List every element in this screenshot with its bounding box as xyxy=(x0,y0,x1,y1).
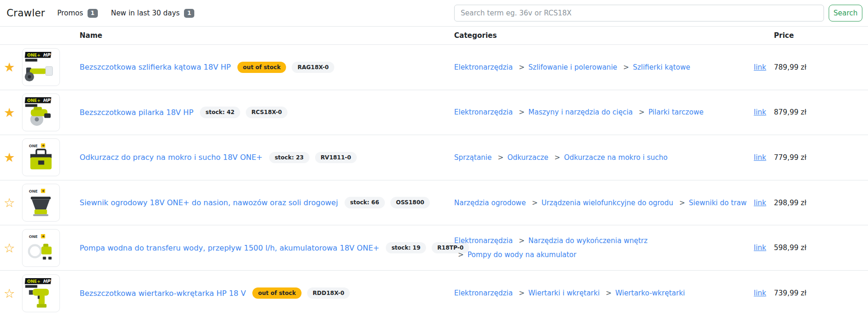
svg-text:ONE: ONE xyxy=(29,234,38,238)
product-image: ONE+ HP xyxy=(22,93,60,131)
breadcrumb-separator: > xyxy=(639,108,645,116)
breadcrumb-separator: > xyxy=(554,153,560,162)
category-link[interactable]: Odkurzacze na mokro i sucho xyxy=(564,153,668,162)
product-name-link[interactable]: Pompa wodna do transferu wody, przepływ … xyxy=(80,244,379,252)
product-name-link[interactable]: Bezszczotkowa wiertarko-wkrętarka HP 18 … xyxy=(80,289,246,298)
product-name-link[interactable]: Siewnik ogrodowy 18V ONE+ do nasion, naw… xyxy=(80,198,338,207)
column-header-name: Name xyxy=(70,27,449,44)
promos-count-badge: 1 xyxy=(88,9,98,18)
category-breadcrumb: Narzędzia ogrodowe >Urządzenia wielofunk… xyxy=(454,196,747,210)
search-area: Search xyxy=(454,5,862,22)
column-header-categories: Categories xyxy=(449,27,747,44)
product-link[interactable]: link xyxy=(754,108,766,116)
breadcrumb-separator: > xyxy=(519,108,525,116)
svg-text:ONE: ONE xyxy=(29,144,38,148)
search-input[interactable] xyxy=(454,5,824,22)
top-bar: Crawler Promos 1 New in last 30 days 1 S… xyxy=(0,0,868,27)
category-link[interactable]: Narzędzia do wykończenia wnętrz xyxy=(529,237,648,245)
category-link[interactable]: Narzędzia ogrodowe xyxy=(454,199,526,207)
product-image: ONE+ HP xyxy=(22,274,60,312)
sku-badge: RCS18X-0 xyxy=(246,107,287,118)
category-link[interactable]: Elektronarzędzia xyxy=(454,289,513,297)
table-row: ☆ ONE + Siewnik ogrodowy 18V ONE+ do nas… xyxy=(0,180,868,226)
category-breadcrumb: Elektronarzędzia >Szlifowanie i polerowa… xyxy=(454,60,690,74)
breadcrumb-separator: > xyxy=(606,289,612,297)
breadcrumb-separator: > xyxy=(679,199,685,207)
category-breadcrumb: Elektronarzędzia >Maszyny i narzędzia do… xyxy=(454,105,704,119)
svg-text:HP: HP xyxy=(43,279,51,284)
category-link[interactable]: Wiertarki i wkrętarki xyxy=(529,289,600,297)
app-title: Crawler xyxy=(7,7,45,19)
category-link[interactable]: Urządzenia wielofunkcyjne do ogrodu xyxy=(541,199,673,207)
star-filled-icon[interactable]: ★ xyxy=(4,151,15,164)
svg-text:+: + xyxy=(42,144,45,148)
product-link[interactable]: link xyxy=(754,289,766,297)
category-link[interactable]: Pompy do wody na akumulator xyxy=(468,251,577,259)
table-header: Name Categories Price xyxy=(0,27,868,45)
search-button[interactable]: Search xyxy=(829,5,862,22)
star-outline-icon[interactable]: ☆ xyxy=(4,242,15,254)
category-link[interactable]: Wiertarko-wkrętarki xyxy=(615,289,685,297)
product-link[interactable]: link xyxy=(754,63,766,72)
stock-badge: stock: 23 xyxy=(269,152,309,163)
category-link[interactable]: Szlifierki kątowe xyxy=(633,63,691,72)
category-breadcrumb: Sprzątanie >Odkurzacze >Odkurzacze na mo… xyxy=(454,151,668,165)
category-link[interactable]: Elektronarzędzia xyxy=(454,237,513,245)
table-row: ☆ ONE + Pompa wodna do transferu wody, p… xyxy=(0,225,868,271)
star-outline-icon[interactable]: ☆ xyxy=(4,196,15,209)
breadcrumb-separator: > xyxy=(458,251,464,259)
table-row: ☆ ONE+ HP Bezszczotkowa wiertarko-wkręta… xyxy=(0,271,868,316)
breadcrumb-separator: > xyxy=(623,63,629,72)
breadcrumb-separator: > xyxy=(519,237,525,245)
svg-text:+: + xyxy=(42,234,45,238)
sku-badge: RV1811-0 xyxy=(315,152,357,163)
breadcrumb-separator: > xyxy=(532,199,538,207)
svg-text:ONE+: ONE+ xyxy=(27,98,40,103)
product-image: ONE + xyxy=(22,184,60,222)
product-name-link[interactable]: Bezszczotkowa pilarka 18V HP xyxy=(80,108,193,117)
product-link[interactable]: link xyxy=(754,244,766,252)
nav-promos-label: Promos xyxy=(57,9,83,17)
product-price: 298,99 zł xyxy=(774,199,806,207)
stock-badge: stock: 19 xyxy=(386,242,426,253)
product-link[interactable]: link xyxy=(754,153,766,162)
product-price: 789,99 zł xyxy=(774,63,806,72)
star-filled-icon[interactable]: ★ xyxy=(4,106,15,119)
breadcrumb-separator: > xyxy=(519,63,525,72)
column-header-price: Price xyxy=(772,27,868,44)
table-row: ★ ONE + Odkurzacz do pracy na mokro i su… xyxy=(0,135,868,180)
product-name-link[interactable]: Odkurzacz do pracy na mokro i sucho 18V … xyxy=(80,153,263,162)
category-link[interactable]: Siewniki do traw xyxy=(689,199,746,207)
sku-badge: OSS1800 xyxy=(390,197,430,208)
category-breadcrumb: Elektronarzędzia >Narzędzia do wykończen… xyxy=(454,234,647,262)
new-count-badge: 1 xyxy=(184,9,194,18)
svg-text:ONE: ONE xyxy=(29,189,38,194)
svg-text:ONE+: ONE+ xyxy=(27,279,40,284)
product-image: ONE + xyxy=(22,138,60,176)
table-row: ★ ONE+ HP Bezszczotkowa szlifierka kątow… xyxy=(0,45,868,90)
stock-badge: stock: 66 xyxy=(345,197,385,208)
category-link[interactable]: Sprzątanie xyxy=(454,153,492,162)
category-link[interactable]: Maszyny i narzędzia do cięcia xyxy=(529,108,633,116)
svg-text:ONE+: ONE+ xyxy=(27,53,40,57)
nav-promos[interactable]: Promos 1 xyxy=(57,9,98,18)
product-link[interactable]: link xyxy=(754,199,766,207)
product-price: 739,99 zł xyxy=(774,289,806,297)
category-link[interactable]: Szlifowanie i polerowanie xyxy=(529,63,618,72)
category-link[interactable]: Elektronarzędzia xyxy=(454,108,513,116)
nav-new-in-last-30-days[interactable]: New in last 30 days 1 xyxy=(111,9,194,18)
star-outline-icon[interactable]: ☆ xyxy=(4,287,15,300)
breadcrumb-separator: > xyxy=(498,153,504,162)
sku-badge: RDD18X-0 xyxy=(307,287,350,299)
product-name-link[interactable]: Bezszczotkowa szlifierka kątowa 18V HP xyxy=(80,63,231,72)
nav-new-label: New in last 30 days xyxy=(111,9,180,17)
svg-text:HP: HP xyxy=(43,52,51,57)
table-row: ★ ONE+ HP Bezszczotkowa pilarka 18V HP s… xyxy=(0,90,868,136)
star-filled-icon[interactable]: ★ xyxy=(4,61,15,73)
stock-badge: stock: 42 xyxy=(200,107,240,118)
category-link[interactable]: Odkurzacze xyxy=(508,153,549,162)
category-link[interactable]: Pilarki tarczowe xyxy=(648,108,704,116)
svg-text:HP: HP xyxy=(43,98,51,103)
category-link[interactable]: Elektronarzędzia xyxy=(454,63,513,72)
product-price: 879,99 zł xyxy=(774,108,806,116)
